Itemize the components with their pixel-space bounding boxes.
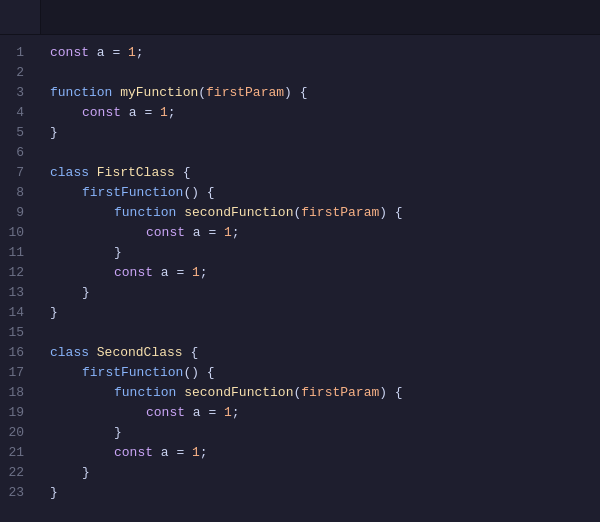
code-line: function secondFunction(firstParam) { <box>50 203 600 223</box>
code-line <box>50 323 600 343</box>
code-line: } <box>50 483 600 503</box>
line-numbers: 1234567891011121314151617181920212223 <box>0 35 42 522</box>
line-number: 6 <box>0 143 32 163</box>
line-number: 10 <box>0 223 32 243</box>
line-number: 8 <box>0 183 32 203</box>
line-number: 16 <box>0 343 32 363</box>
code-area[interactable]: const a = 1; function myFunction(firstPa… <box>42 35 600 522</box>
code-line: const a = 1; <box>50 103 600 123</box>
code-line: const a = 1; <box>50 263 600 283</box>
line-number: 20 <box>0 423 32 443</box>
line-number: 1 <box>0 43 32 63</box>
code-line: firstFunction() { <box>50 363 600 383</box>
line-number: 18 <box>0 383 32 403</box>
line-number: 13 <box>0 283 32 303</box>
line-number: 21 <box>0 443 32 463</box>
tab-index-js[interactable] <box>0 0 41 34</box>
code-line: class SecondClass { <box>50 343 600 363</box>
line-number: 23 <box>0 483 32 503</box>
line-number: 22 <box>0 463 32 483</box>
code-line <box>50 63 600 83</box>
code-line: function myFunction(firstParam) { <box>50 83 600 103</box>
line-number: 5 <box>0 123 32 143</box>
code-line: } <box>50 123 600 143</box>
line-number: 2 <box>0 63 32 83</box>
code-line: const a = 1; <box>50 403 600 423</box>
code-line: } <box>50 463 600 483</box>
code-line <box>50 143 600 163</box>
line-number: 15 <box>0 323 32 343</box>
code-line: const a = 1; <box>50 223 600 243</box>
line-number: 19 <box>0 403 32 423</box>
line-number: 12 <box>0 263 32 283</box>
code-line: function secondFunction(firstParam) { <box>50 383 600 403</box>
line-number: 11 <box>0 243 32 263</box>
line-number: 7 <box>0 163 32 183</box>
code-line: const a = 1; <box>50 443 600 463</box>
line-number: 3 <box>0 83 32 103</box>
code-line: } <box>50 423 600 443</box>
line-number: 17 <box>0 363 32 383</box>
code-line: } <box>50 303 600 323</box>
editor-area: 1234567891011121314151617181920212223 co… <box>0 35 600 522</box>
code-line: } <box>50 243 600 263</box>
code-line: class FisrtClass { <box>50 163 600 183</box>
code-line: firstFunction() { <box>50 183 600 203</box>
line-number: 9 <box>0 203 32 223</box>
code-line: const a = 1; <box>50 43 600 63</box>
code-line: } <box>50 283 600 303</box>
line-number: 14 <box>0 303 32 323</box>
tab-bar <box>0 0 600 35</box>
line-number: 4 <box>0 103 32 123</box>
